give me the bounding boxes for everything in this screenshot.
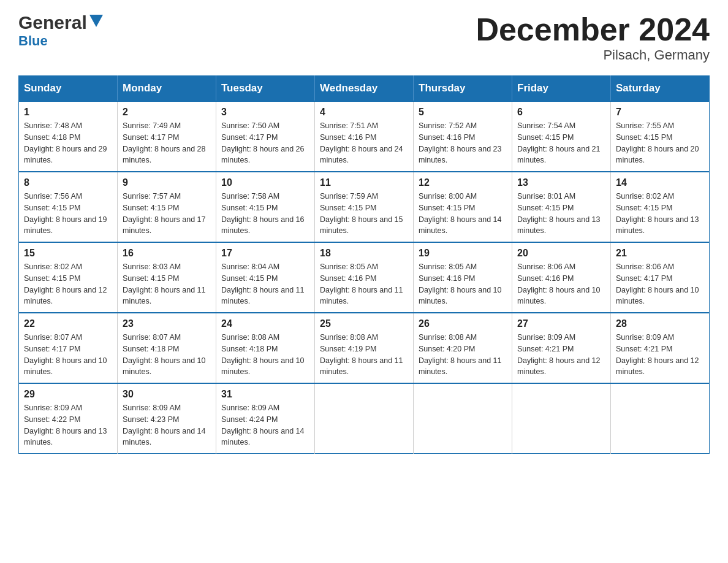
svg-marker-0 [89,15,103,27]
day-number: 8 [24,177,112,188]
day-number: 15 [24,248,112,259]
calendar-cell: 3Sunrise: 7:50 AMSunset: 4:17 PMDaylight… [216,101,315,172]
calendar-cell: 2Sunrise: 7:49 AMSunset: 4:17 PMDaylight… [118,101,216,172]
day-info: Sunrise: 8:05 AMSunset: 4:16 PMDaylight:… [320,261,408,307]
day-number: 27 [517,318,605,329]
week-row-2: 8Sunrise: 7:56 AMSunset: 4:15 PMDaylight… [19,172,710,242]
weekday-header-friday: Friday [512,76,611,102]
day-number: 22 [24,318,112,329]
calendar-cell: 22Sunrise: 8:07 AMSunset: 4:17 PMDayligh… [19,313,118,383]
day-number: 17 [221,248,309,259]
logo: General Blue [18,12,103,49]
day-number: 21 [616,248,704,259]
day-number: 11 [320,177,408,188]
day-number: 28 [616,318,704,329]
calendar-header: SundayMondayTuesdayWednesdayThursdayFrid… [19,76,710,102]
calendar-cell [512,383,611,454]
calendar-cell [414,383,512,454]
weekday-header-sunday: Sunday [19,76,118,102]
day-number: 6 [517,107,605,118]
day-info: Sunrise: 7:51 AMSunset: 4:16 PMDaylight:… [320,120,408,166]
day-info: Sunrise: 7:57 AMSunset: 4:15 PMDaylight:… [123,191,211,237]
weekday-header-thursday: Thursday [414,76,512,102]
calendar-cell: 20Sunrise: 8:06 AMSunset: 4:16 PMDayligh… [512,242,611,313]
location: Pilsach, Germany [476,47,710,63]
day-info: Sunrise: 8:03 AMSunset: 4:15 PMDaylight:… [123,261,211,307]
calendar-cell: 17Sunrise: 8:04 AMSunset: 4:15 PMDayligh… [216,242,315,313]
day-info: Sunrise: 7:49 AMSunset: 4:17 PMDaylight:… [123,120,211,166]
weekday-header-wednesday: Wednesday [315,76,414,102]
day-info: Sunrise: 8:02 AMSunset: 4:15 PMDaylight:… [24,261,112,307]
day-info: Sunrise: 8:06 AMSunset: 4:17 PMDaylight:… [616,261,704,307]
day-info: Sunrise: 8:02 AMSunset: 4:15 PMDaylight:… [616,191,704,237]
calendar-cell: 4Sunrise: 7:51 AMSunset: 4:16 PMDaylight… [315,101,414,172]
day-number: 16 [123,248,211,259]
logo-line1: General [18,12,87,33]
day-info: Sunrise: 8:07 AMSunset: 4:17 PMDaylight:… [24,332,112,378]
week-row-4: 22Sunrise: 8:07 AMSunset: 4:17 PMDayligh… [19,313,710,383]
day-info: Sunrise: 8:07 AMSunset: 4:18 PMDaylight:… [123,332,211,378]
day-info: Sunrise: 8:09 AMSunset: 4:23 PMDaylight:… [123,402,211,448]
calendar-cell: 1Sunrise: 7:48 AMSunset: 4:18 PMDaylight… [19,101,118,172]
calendar-cell: 12Sunrise: 8:00 AMSunset: 4:15 PMDayligh… [414,172,512,242]
calendar-cell [611,383,710,454]
calendar-cell: 13Sunrise: 8:01 AMSunset: 4:15 PMDayligh… [512,172,611,242]
calendar-cell: 19Sunrise: 8:05 AMSunset: 4:16 PMDayligh… [414,242,512,313]
day-number: 29 [24,389,112,400]
calendar-cell: 6Sunrise: 7:54 AMSunset: 4:15 PMDaylight… [512,101,611,172]
week-row-3: 15Sunrise: 8:02 AMSunset: 4:15 PMDayligh… [19,242,710,313]
day-info: Sunrise: 7:48 AMSunset: 4:18 PMDaylight:… [24,120,112,166]
day-info: Sunrise: 8:09 AMSunset: 4:22 PMDaylight:… [24,402,112,448]
calendar-cell: 25Sunrise: 8:08 AMSunset: 4:19 PMDayligh… [315,313,414,383]
day-info: Sunrise: 8:08 AMSunset: 4:20 PMDaylight:… [419,332,507,378]
day-info: Sunrise: 8:01 AMSunset: 4:15 PMDaylight:… [517,191,605,237]
day-number: 23 [123,318,211,329]
calendar-cell: 23Sunrise: 8:07 AMSunset: 4:18 PMDayligh… [118,313,216,383]
day-info: Sunrise: 8:04 AMSunset: 4:15 PMDaylight:… [221,261,309,307]
calendar-cell: 21Sunrise: 8:06 AMSunset: 4:17 PMDayligh… [611,242,710,313]
day-number: 25 [320,318,408,329]
calendar-cell: 31Sunrise: 8:09 AMSunset: 4:24 PMDayligh… [216,383,315,454]
day-info: Sunrise: 7:56 AMSunset: 4:15 PMDaylight:… [24,191,112,237]
day-info: Sunrise: 8:09 AMSunset: 4:24 PMDaylight:… [221,402,309,448]
day-info: Sunrise: 7:58 AMSunset: 4:15 PMDaylight:… [221,191,309,237]
day-number: 26 [419,318,507,329]
calendar-cell: 26Sunrise: 8:08 AMSunset: 4:20 PMDayligh… [414,313,512,383]
calendar-cell: 7Sunrise: 7:55 AMSunset: 4:15 PMDaylight… [611,101,710,172]
week-row-1: 1Sunrise: 7:48 AMSunset: 4:18 PMDaylight… [19,101,710,172]
day-number: 30 [123,389,211,400]
day-number: 31 [221,389,309,400]
day-number: 9 [123,177,211,188]
page-header: General Blue December 2024 Pilsach, Germ… [18,12,710,63]
calendar-cell: 16Sunrise: 8:03 AMSunset: 4:15 PMDayligh… [118,242,216,313]
calendar-cell [315,383,414,454]
day-info: Sunrise: 8:06 AMSunset: 4:16 PMDaylight:… [517,261,605,307]
logo-line2: Blue [18,33,48,49]
day-info: Sunrise: 7:50 AMSunset: 4:17 PMDaylight:… [221,120,309,166]
weekday-header-monday: Monday [118,76,216,102]
calendar-body: 1Sunrise: 7:48 AMSunset: 4:18 PMDaylight… [19,101,710,454]
day-number: 13 [517,177,605,188]
day-info: Sunrise: 7:59 AMSunset: 4:15 PMDaylight:… [320,191,408,237]
logo-triangle-icon [89,15,103,28]
day-info: Sunrise: 7:55 AMSunset: 4:15 PMDaylight:… [616,120,704,166]
day-number: 18 [320,248,408,259]
calendar-cell: 24Sunrise: 8:08 AMSunset: 4:18 PMDayligh… [216,313,315,383]
day-info: Sunrise: 8:09 AMSunset: 4:21 PMDaylight:… [517,332,605,378]
day-info: Sunrise: 8:08 AMSunset: 4:19 PMDaylight:… [320,332,408,378]
calendar-cell: 18Sunrise: 8:05 AMSunset: 4:16 PMDayligh… [315,242,414,313]
weekday-header-saturday: Saturday [611,76,710,102]
calendar-cell: 11Sunrise: 7:59 AMSunset: 4:15 PMDayligh… [315,172,414,242]
month-title: December 2024 [476,12,710,47]
calendar-cell: 9Sunrise: 7:57 AMSunset: 4:15 PMDaylight… [118,172,216,242]
day-number: 24 [221,318,309,329]
day-number: 19 [419,248,507,259]
day-number: 5 [419,107,507,118]
week-row-5: 29Sunrise: 8:09 AMSunset: 4:22 PMDayligh… [19,383,710,454]
day-number: 10 [221,177,309,188]
day-number: 4 [320,107,408,118]
calendar-cell: 14Sunrise: 8:02 AMSunset: 4:15 PMDayligh… [611,172,710,242]
day-number: 14 [616,177,704,188]
day-number: 2 [123,107,211,118]
title-block: December 2024 Pilsach, Germany [476,12,710,63]
